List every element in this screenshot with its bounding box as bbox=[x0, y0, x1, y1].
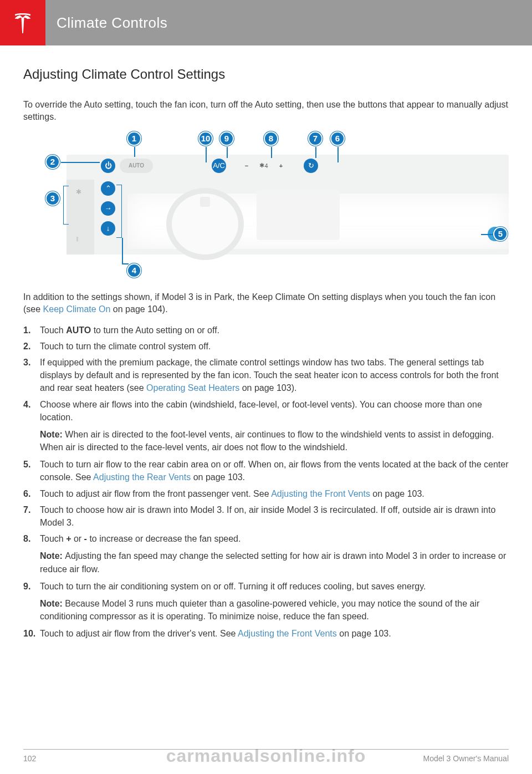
callout-1: 1 bbox=[127, 131, 141, 146]
list-item-7: 7.Touch to choose how air is drawn into … bbox=[23, 503, 509, 529]
list-item-4: 4.Choose where air flows into the cabin … bbox=[23, 398, 509, 454]
list-item-10: 10.Touch to adjust air flow from the dri… bbox=[23, 627, 509, 640]
link-keep-climate-on[interactable]: Keep Climate On bbox=[43, 304, 111, 314]
header-title: Climate Controls bbox=[57, 14, 167, 32]
list-item-5: 5.Touch to turn air flow to the rear cab… bbox=[23, 458, 509, 483]
callout-8: 8 bbox=[264, 131, 278, 146]
list-item-6: 6.Touch to adjust air flow from the fron… bbox=[23, 487, 509, 500]
callout-5: 5 bbox=[493, 227, 508, 241]
page-header: Climate Controls bbox=[0, 0, 532, 45]
link-operating-seat-heaters[interactable]: Operating Seat Heaters bbox=[146, 383, 239, 393]
ac-button: A/C bbox=[212, 159, 226, 173]
link-adjusting-front-vents-10[interactable]: Adjusting the Front Vents bbox=[238, 629, 337, 638]
section-heading: Adjusting Climate Control Settings bbox=[23, 67, 509, 82]
callout-6: 6 bbox=[330, 131, 345, 146]
page-number: 102 bbox=[23, 754, 36, 763]
climate-diagram: ✱ ⦀ ⏻ AUTO A/C − ✱ 4 + ↻ ⌃ → ↓ ✱ bbox=[23, 131, 509, 279]
note-4: Note: When air is directed to the foot-l… bbox=[40, 428, 509, 454]
intro-paragraph: To override the Auto setting, touch the … bbox=[23, 99, 509, 124]
fan-icon: ✱ bbox=[76, 188, 81, 196]
note-9: Note: Because Model 3 runs much quieter … bbox=[40, 597, 509, 623]
diagram-steering-wheel bbox=[166, 188, 244, 260]
diagram-top-row: ⏻ AUTO A/C − ✱ 4 + ↻ bbox=[66, 155, 509, 177]
fan-minus: − bbox=[239, 159, 254, 173]
diagram-side-tabs: ✱ ⦀ bbox=[66, 180, 94, 254]
airflow-face-button: → bbox=[101, 201, 115, 216]
note-8: Note: Adjusting the fan speed may change… bbox=[40, 549, 509, 575]
airflow-defrost-button: ⌃ bbox=[101, 181, 115, 196]
callout-3: 3 bbox=[45, 191, 60, 206]
footer-divider bbox=[23, 749, 509, 750]
page-content: Adjusting Climate Control Settings To ov… bbox=[0, 45, 532, 640]
fan-speed-display: ✱ 4 bbox=[254, 159, 274, 173]
recirc-button: ↻ bbox=[304, 159, 318, 173]
airflow-foot-button: ↓ bbox=[101, 221, 115, 236]
list-item-1: 1.Touch AUTO to turn the Auto setting on… bbox=[23, 324, 509, 337]
link-adjusting-rear-vents[interactable]: Adjusting the Rear Vents bbox=[93, 472, 191, 482]
diagram-center-screen bbox=[257, 190, 340, 240]
tesla-logo-icon bbox=[11, 11, 34, 34]
auto-button: AUTO bbox=[120, 159, 153, 173]
fan-plus: + bbox=[274, 159, 288, 173]
list-item-8: 8.Touch + or - to increase or decrease t… bbox=[23, 532, 509, 576]
heater-icon: ⦀ bbox=[76, 235, 79, 243]
paragraph-keep-climate: In addition to the settings shown, if Mo… bbox=[23, 291, 509, 316]
callout-10: 10 bbox=[198, 131, 213, 146]
instructions-list: 1.Touch AUTO to turn the Auto setting on… bbox=[23, 324, 509, 640]
tesla-logo bbox=[0, 0, 45, 45]
callout-2: 2 bbox=[45, 155, 60, 169]
power-button: ⏻ bbox=[101, 159, 115, 173]
list-item-2: 2.Touch to turn the climate control syst… bbox=[23, 340, 509, 353]
footer-manual-title: Model 3 Owner's Manual bbox=[423, 754, 509, 763]
diagram-panel: ✱ ⦀ ⏻ AUTO A/C − ✱ 4 + ↻ ⌃ → ↓ ✱ bbox=[66, 155, 509, 254]
list-item-9: 9.Touch to turn the air conditioning sys… bbox=[23, 580, 509, 623]
callout-4: 4 bbox=[127, 263, 141, 278]
callout-7: 7 bbox=[308, 131, 323, 146]
link-adjusting-front-vents-6[interactable]: Adjusting the Front Vents bbox=[271, 489, 370, 498]
callout-9: 9 bbox=[219, 131, 234, 146]
list-item-3: 3.If equipped with the premium package, … bbox=[23, 356, 509, 395]
